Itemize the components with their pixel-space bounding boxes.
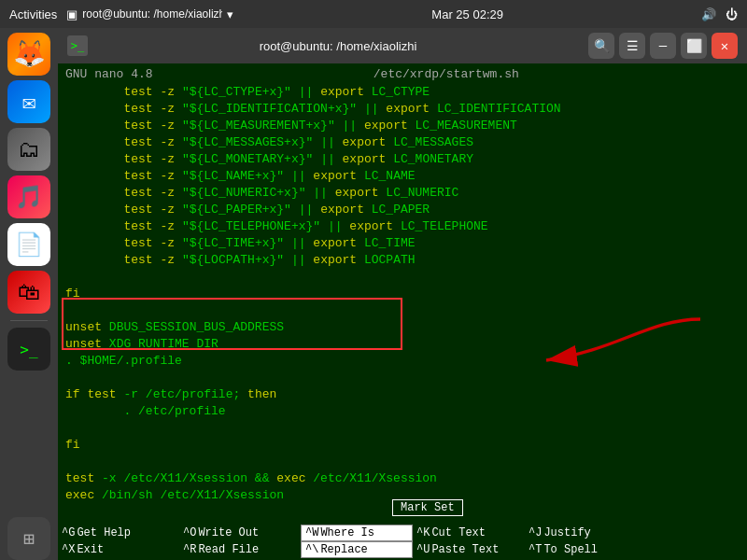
nano-label-cut-text: Cut Text — [431, 526, 486, 539]
mark-set-label: Mark Set — [392, 499, 463, 516]
code-line: test -z "${LC_TELEPHONE+x}" || export LC… — [65, 218, 740, 235]
code-line-source: . /etc/profile — [65, 403, 740, 420]
mark-set-text: Mark Set — [401, 501, 455, 514]
code-line-blank — [65, 454, 740, 470]
nano-cut-text[interactable]: ^K Cut Text — [413, 525, 525, 541]
firefox-icon: 🦊 — [13, 38, 46, 70]
menu-button[interactable]: ☰ — [619, 33, 645, 59]
nano-label-paste-text: Paste Text — [431, 543, 499, 556]
nano-key-j: ^J — [529, 526, 542, 539]
nano-paste-text[interactable]: ^U Paste Text — [413, 541, 525, 558]
code-line-profile: . $HOME/.profile — [65, 353, 740, 370]
code-line-fi2: fi — [65, 437, 740, 454]
writer-icon: 📄 — [15, 231, 43, 259]
nano-label-read-file: Read File — [198, 543, 259, 556]
code-line: test -z "${LC_TIME+x}" || export LC_TIME — [65, 235, 740, 252]
code-line-test-x: test -x /etc/X11/Xsession && exec /etc/X… — [65, 470, 740, 487]
nano-key-u: ^U — [416, 543, 430, 556]
terminal-title: root@ubuntu: /home/xiaolizhi — [88, 39, 588, 53]
sidebar-item-grid[interactable]: ⊞ — [7, 517, 50, 560]
terminal-taskbar-button[interactable]: ▣ root@ubuntu: /home/xiaolizhi ▾ — [66, 7, 233, 21]
maximize-button[interactable]: ⬜ — [681, 33, 707, 59]
nano-key-r: ^R — [183, 543, 196, 556]
sidebar-item-files[interactable]: 🗂 — [7, 128, 50, 171]
sidebar-item-firefox[interactable]: 🦊 — [7, 33, 50, 76]
system-tray: 🔊 ⏻ — [701, 7, 738, 21]
search-button[interactable]: 🔍 — [588, 33, 614, 59]
nano-filename: /etc/xrdp/startwm.sh — [374, 67, 519, 81]
nano-version: GNU nano 4.8 — [65, 67, 153, 81]
code-line-blank — [65, 269, 740, 286]
code-line: test -z "${LC_PAPER+x}" || export LC_PAP… — [65, 202, 740, 218]
sidebar-separator — [10, 320, 48, 321]
terminal-content[interactable]: test -z "${LC_CTYPE+x}" || export LC_CTY… — [58, 84, 747, 523]
code-line: test -z "${LC_NUMERIC+x}" || export LC_N… — [65, 185, 740, 202]
code-line-unset2: unset XDG_RUNTIME_DIR — [65, 336, 740, 353]
nano-label-exit: Exit — [77, 543, 104, 556]
application-sidebar: 🦊 ✉ 🗂 🎵 📄 🛍 >_ ⊞ — [0, 28, 58, 560]
appstore-icon: 🛍 — [18, 279, 40, 306]
nano-to-spell[interactable]: ^T To Spell — [525, 541, 618, 558]
code-line-blank — [65, 420, 740, 437]
power-icon[interactable]: ⏻ — [726, 7, 738, 21]
close-button[interactable]: ✕ — [712, 33, 738, 59]
system-bar-left: Activities ▣ root@ubuntu: /home/xiaolizh… — [9, 7, 233, 21]
nano-header: GNU nano 4.8 /etc/xrdp/startwm.sh — [58, 63, 747, 84]
sidebar-item-terminal[interactable]: >_ — [7, 328, 50, 371]
sidebar-item-rhythmbox[interactable]: 🎵 — [7, 175, 50, 218]
nano-key-t: ^T — [529, 543, 542, 556]
code-line: test -z "${LC_IDENTIFICATION+x}" || expo… — [65, 101, 740, 118]
nano-key-backslash: ^\ — [305, 543, 318, 556]
titlebar-left: >_ — [67, 35, 88, 56]
code-line-blank — [65, 370, 740, 386]
nano-key-x: ^X — [62, 543, 75, 556]
code-line-fi: fi — [65, 286, 740, 302]
terminal-icon-sidebar: >_ — [20, 341, 37, 358]
nano-key-g: ^G — [62, 526, 75, 539]
nano-read-file[interactable]: ^R Read File — [179, 541, 301, 558]
code-line-unset1: unset DBUS_SESSION_BUS_ADDRESS — [65, 319, 740, 336]
nano-exit[interactable]: ^X Exit — [58, 541, 179, 558]
nano-replace[interactable]: ^\ Replace — [301, 541, 413, 558]
nano-label-where-is: Where Is — [320, 526, 374, 539]
activities-button[interactable]: Activities — [9, 7, 57, 21]
nano-key-k: ^K — [416, 526, 430, 539]
sidebar-item-appstore[interactable]: 🛍 — [7, 271, 50, 314]
code-line: test -z "${LC_MESSAGES+x}" || export LC_… — [65, 134, 740, 151]
sidebar-item-writer[interactable]: 📄 — [7, 223, 50, 266]
nano-label-get-help: Get Help — [77, 526, 131, 539]
terminal-app-icon: >_ — [67, 35, 88, 56]
system-datetime: Mar 25 02:29 — [431, 7, 503, 21]
code-line: test -z "${LC_MEASUREMENT+x}" || export … — [65, 118, 740, 134]
thunderbird-icon: ✉ — [22, 89, 35, 116]
nano-key-o: ^O — [183, 526, 196, 539]
code-line: test -z "${LC_NAME+x}" || export LC_NAME — [65, 168, 740, 185]
sidebar-item-thunderbird[interactable]: ✉ — [7, 80, 50, 123]
nano-where-is[interactable]: ^W Where Is — [301, 525, 413, 541]
files-icon: 🗂 — [18, 136, 40, 163]
code-line-if: if test -r /etc/profile; then — [65, 386, 740, 403]
sound-icon[interactable]: 🔊 — [701, 7, 716, 21]
code-line: test -z "${LOCPATH+x}" || export LOCPATH — [65, 252, 740, 269]
system-bar: Activities ▣ root@ubuntu: /home/xiaolizh… — [0, 0, 747, 28]
minimize-button[interactable]: — — [650, 33, 676, 59]
nano-get-help[interactable]: ^G Get Help — [58, 525, 179, 541]
nano-justify[interactable]: ^J Justify — [525, 525, 618, 541]
nano-key-w: ^W — [305, 526, 318, 539]
terminal-window: >_ root@ubuntu: /home/xiaolizhi 🔍 ☰ — ⬜ … — [58, 28, 747, 560]
terminal-icon: ▣ — [66, 7, 78, 21]
terminal-dropdown-icon: ▾ — [227, 7, 233, 21]
nano-shortcuts-row2: ^X Exit ^R Read File ^\ Replace ^U Paste… — [58, 541, 747, 558]
rhythmbox-icon: 🎵 — [15, 184, 43, 211]
nano-shortcuts-bar: ^G Get Help ^O Write Out ^W Where Is ^K … — [58, 523, 747, 560]
terminal-titlebar: >_ root@ubuntu: /home/xiaolizhi 🔍 ☰ — ⬜ … — [58, 28, 747, 63]
nano-label-justify: Justify — [543, 526, 590, 539]
code-line: test -z "${LC_CTYPE+x}" || export LC_CTY… — [65, 84, 740, 101]
nano-label-to-spell: To Spell — [543, 543, 598, 556]
grid-icon: ⊞ — [23, 527, 35, 551]
nano-shortcuts-row1: ^G Get Help ^O Write Out ^W Where Is ^K … — [58, 525, 747, 541]
code-line-blank — [65, 302, 740, 319]
nano-write-out[interactable]: ^O Write Out — [179, 525, 301, 541]
nano-label-replace: Replace — [320, 543, 367, 556]
terminal-taskbar-label: root@ubuntu: /home/xiaolizhi — [82, 7, 222, 21]
